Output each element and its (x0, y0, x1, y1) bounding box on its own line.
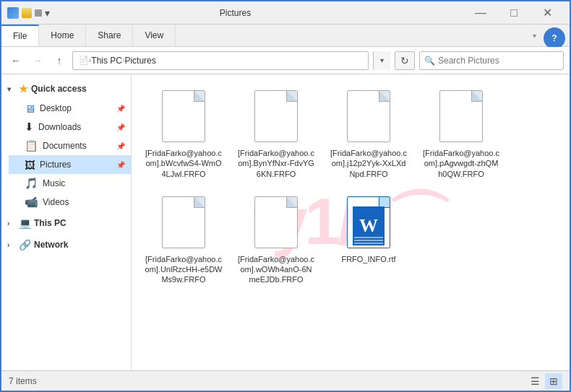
network-header[interactable]: › 🔗 Network (1, 235, 131, 255)
desktop-pin-icon: 📌 (116, 105, 125, 113)
grid-view-button[interactable]: ⊞ (545, 373, 562, 389)
address-path[interactable]: 📄 › This PC › Pictures (72, 51, 369, 70)
file-area: fy1/c⌒ [FridaFarko@yahoo.com].bWcvfwS4-W… (132, 74, 570, 370)
file-name-5: [FridaFarko@yahoo.com].UnlRzcHH-e5DWMs9w… (145, 254, 223, 285)
network-label: Network (34, 240, 68, 250)
sidebar-item-documents[interactable]: 📋 Documents 📌 (9, 136, 131, 155)
file-item-7[interactable]: W FRFO_INFO.rtf (325, 189, 412, 289)
file-icon-3 (343, 87, 394, 145)
path-dropdown-button[interactable]: ▾ (373, 51, 390, 70)
sidebar-label-documents: Documents (43, 141, 112, 151)
path-thispc[interactable]: This PC (91, 56, 122, 66)
sidebar-label-desktop: Desktop (40, 103, 112, 113)
documents-pin-icon: 📌 (116, 142, 125, 150)
file-page-icon-6 (254, 196, 298, 248)
downloads-folder-icon: ⬇ (25, 121, 34, 134)
window-title: Pictures (11, 8, 460, 18)
address-bar: ← → ↑ 📄 › This PC › Pictures ▾ ↻ 🔍 (1, 47, 570, 74)
file-name-6: [FridaFarko@yahoo.com].wOWh4anO-6NmeEJDb… (237, 254, 315, 285)
sidebar-label-music: Music (43, 178, 125, 188)
up-button[interactable]: ↑ (51, 52, 68, 69)
window-controls: — □ ✕ (464, 1, 564, 25)
forward-button[interactable]: → (29, 52, 46, 69)
file-icon-7: W (343, 193, 394, 251)
main-content: ▾ ★ Quick access 🖥 Desktop 📌 ⬇ Downloads (1, 74, 570, 370)
sidebar-label-videos: Videos (43, 197, 125, 207)
downloads-pin-icon: 📌 (116, 123, 125, 131)
file-page-icon-3 (347, 90, 390, 142)
file-page-icon-5 (162, 196, 205, 248)
file-name-3: [FridaFarko@yahoo.com].j12p2Yyk-XxLXdNpd… (330, 148, 408, 179)
quick-access-arrow: ▾ (7, 85, 16, 93)
ribbon-tabs: File Home Share View ▾ ? (1, 25, 570, 46)
file-word-icon-7: W (347, 196, 390, 248)
search-box[interactable]: 🔍 (419, 51, 564, 70)
file-name-4: [FridaFarko@yahoo.com].pAgvwgdt-zhQMh0QW… (422, 148, 500, 179)
tab-view[interactable]: View (133, 25, 176, 46)
items-count: 7 items (9, 376, 37, 386)
this-pc-icon: 💻 (19, 217, 31, 229)
tab-home[interactable]: Home (39, 25, 86, 46)
sidebar-item-music[interactable]: 🎵 Music (9, 174, 131, 193)
network-arrow: › (7, 241, 16, 249)
file-grid: [FridaFarko@yahoo.com].bWcvfwS4-WmO4LJwl… (140, 83, 561, 289)
file-icon-6 (251, 193, 301, 251)
file-icon-4 (436, 87, 486, 145)
close-button[interactable]: ✕ (531, 1, 564, 25)
pictures-pin-icon: 📌 (116, 161, 125, 169)
this-pc-section: › 💻 This PC (1, 213, 131, 233)
music-folder-icon: 🎵 (25, 177, 38, 190)
refresh-button[interactable]: ↻ (395, 51, 415, 70)
network-section: › 🔗 Network (1, 235, 131, 255)
file-item-1[interactable]: [FridaFarko@yahoo.com].bWcvfwS4-WmO4LJwl… (140, 83, 227, 183)
quick-access-section: ▾ ★ Quick access 🖥 Desktop 📌 ⬇ Downloads (1, 79, 131, 212)
file-icon-2 (251, 87, 301, 145)
quick-access-items: 🖥 Desktop 📌 ⬇ Downloads 📌 📋 Documents (1, 99, 131, 212)
tab-file[interactable]: File (1, 25, 39, 46)
sidebar-item-downloads[interactable]: ⬇ Downloads 📌 (9, 118, 131, 136)
sidebar-label-pictures: Pictures (40, 160, 112, 170)
sidebar-label-downloads: Downloads (38, 122, 112, 132)
file-page-icon-4 (439, 90, 483, 142)
file-item-2[interactable]: [FridaFarko@yahoo.com].BynYfNxr-FdvYG6KN… (233, 83, 319, 183)
file-icon-5 (158, 193, 209, 251)
quick-access-label: Quick access (31, 84, 87, 94)
path-segment-start: 📄 (79, 56, 89, 65)
file-name-7: FRFO_INFO.rtf (341, 254, 395, 264)
this-pc-header[interactable]: › 💻 This PC (1, 213, 131, 233)
minimize-button[interactable]: — (464, 1, 497, 25)
videos-folder-icon: 📹 (25, 196, 38, 209)
title-bar: ▾ Pictures — □ ✕ (1, 1, 570, 25)
documents-folder-icon: 📋 (25, 139, 38, 152)
file-item-5[interactable]: [FridaFarko@yahoo.com].UnlRzcHH-e5DWMs9w… (140, 189, 227, 289)
file-icon-1 (158, 87, 209, 145)
maximize-button[interactable]: □ (497, 1, 531, 25)
file-page-icon-2 (254, 90, 298, 142)
sidebar-item-desktop[interactable]: 🖥 Desktop 📌 (9, 99, 131, 118)
file-item-4[interactable]: [FridaFarko@yahoo.com].pAgvwgdt-zhQMh0QW… (418, 83, 505, 183)
window: ▾ Pictures — □ ✕ File Home Share View ▾ … (0, 0, 571, 392)
quick-access-header[interactable]: ▾ ★ Quick access (1, 79, 131, 99)
file-item-3[interactable]: [FridaFarko@yahoo.com].j12p2Yyk-XxLXdNpd… (325, 83, 412, 183)
file-name-2: [FridaFarko@yahoo.com].BynYfNxr-FdvYG6KN… (237, 148, 315, 179)
pictures-folder-icon: 🖼 (25, 159, 35, 171)
this-pc-arrow: › (7, 219, 16, 227)
list-view-button[interactable]: ☰ (526, 373, 544, 389)
tab-share[interactable]: Share (86, 25, 133, 46)
sidebar-item-pictures[interactable]: 🖼 Pictures 📌 (9, 155, 131, 174)
quick-access-star: ★ (19, 83, 28, 95)
this-pc-label: This PC (34, 218, 66, 228)
sidebar: ▾ ★ Quick access 🖥 Desktop 📌 ⬇ Downloads (1, 74, 132, 370)
view-buttons: ☰ ⊞ (526, 373, 562, 389)
search-input[interactable] (438, 56, 559, 66)
sidebar-item-videos[interactable]: 📹 Videos (9, 193, 131, 212)
desktop-folder-icon: 🖥 (25, 103, 35, 115)
file-name-1: [FridaFarko@yahoo.com].bWcvfwS4-WmO4LJwl… (145, 148, 223, 179)
ribbon: File Home Share View ▾ ? (1, 25, 570, 47)
path-pictures[interactable]: Pictures (124, 56, 155, 66)
back-button[interactable]: ← (7, 52, 25, 69)
status-bar: 7 items ☰ ⊞ (1, 370, 570, 391)
file-item-6[interactable]: [FridaFarko@yahoo.com].wOWh4anO-6NmeEJDb… (233, 189, 319, 289)
network-icon: 🔗 (19, 239, 31, 251)
help-button[interactable]: ? (544, 27, 565, 49)
